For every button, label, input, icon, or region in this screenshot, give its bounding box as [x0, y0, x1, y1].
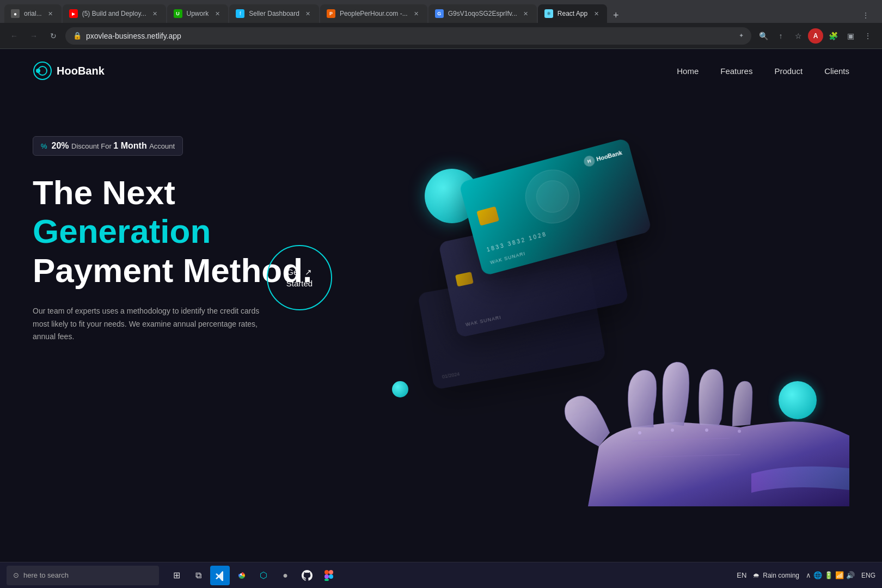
address-bar: ← → ↻ 🔒 pxovlea-business.netlify.app ✦ 🔍…	[0, 23, 882, 49]
robot-hand-container	[544, 338, 849, 506]
card-chip-mid	[455, 272, 474, 287]
taskbar-search[interactable]: ⊙ here to search	[7, 566, 159, 585]
badge-percent-value: 20%	[52, 141, 69, 150]
volume-icon[interactable]: 🔊	[846, 571, 855, 579]
taskbar-dot-icon[interactable]: ●	[275, 566, 295, 585]
url-star-icon: ✦	[739, 32, 744, 39]
weather-icon: 🌧	[753, 572, 759, 579]
split-view-icon[interactable]: ▣	[843, 28, 858, 44]
taskbar-multitask-icon[interactable]: ⧉	[188, 566, 208, 585]
taskbar-chrome-icon[interactable]	[232, 566, 252, 585]
cards-stack: H HooBank 1833 3832 1028 WAK SUNARI H Ho…	[414, 158, 849, 348]
wifi-icon[interactable]: 📶	[835, 571, 844, 579]
caret-icon[interactable]: ∧	[806, 571, 811, 579]
taskbar-windows-icon[interactable]: ⊞	[167, 566, 186, 585]
address-icons: 🔍 ↑ ☆ A 🧩 ▣ ⋮	[756, 28, 875, 44]
card-chip	[476, 206, 499, 226]
tab-title-t5: PeoplePerHour.com -...	[340, 10, 408, 17]
tab-close-t2[interactable]: ✕	[151, 9, 160, 18]
badge-icon: %	[41, 142, 47, 150]
hero-description: Our team of experts uses a methodology t…	[33, 305, 267, 344]
svg-point-2	[36, 69, 40, 73]
nav-home[interactable]: Home	[677, 66, 699, 76]
card-logo-top: H HooBank	[583, 147, 623, 168]
robot-hand-svg	[544, 338, 849, 506]
get-started-label: Get ↗ Started	[286, 266, 313, 289]
tab-bar: ● orial... ✕ ▶ (5) Build and Deploy... ✕…	[0, 0, 882, 23]
card-holder: WAK SUNARI	[489, 250, 526, 265]
nav-features[interactable]: Features	[720, 66, 752, 76]
search-icon[interactable]: 🔍	[756, 28, 771, 44]
nav-clients[interactable]: Clients	[824, 66, 849, 76]
tab-close-t7[interactable]: ✕	[592, 9, 601, 18]
back-button[interactable]: ←	[7, 28, 22, 44]
tab-t7[interactable]: ⚛ React App ✕	[538, 4, 607, 23]
tab-favicon-t6: G	[435, 9, 444, 18]
url-text: pxovlea-business.netlify.app	[86, 32, 734, 40]
share-icon[interactable]: ↑	[773, 28, 788, 44]
tab-t4[interactable]: f Seller Dashboard ✕	[229, 4, 319, 23]
hero-right: H HooBank 1833 3832 1028 WAK SUNARI H Ho…	[359, 125, 849, 506]
nav-links: Home Features Product Clients	[677, 66, 849, 76]
discount-badge: % 20% Discount For 1 Month Account	[33, 136, 183, 156]
bookmark-icon[interactable]: ☆	[791, 28, 806, 44]
svg-point-14	[329, 574, 333, 579]
reload-button[interactable]: ↻	[46, 28, 61, 44]
puzzle-icon[interactable]: 🧩	[825, 28, 841, 44]
forward-button[interactable]: →	[26, 28, 41, 44]
taskbar-right: EN 🌧 Rain coming ∧ 🌐 🔋 📶 🔊 ENG	[737, 571, 875, 579]
badge-month: 1 Month	[113, 141, 146, 150]
cta-started: Started	[286, 279, 313, 288]
tab-t6[interactable]: G G9sV1oqoSG2EsprIfv... ✕	[428, 4, 537, 23]
svg-rect-13	[324, 579, 329, 581]
logo[interactable]: HooBank	[33, 61, 105, 81]
weather-text: Rain coming	[763, 572, 799, 579]
tab-title-t7: React App	[558, 10, 587, 17]
tab-title-t2: (5) Build and Deploy...	[82, 10, 146, 17]
url-bar[interactable]: 🔒 pxovlea-business.netlify.app ✦	[65, 27, 751, 45]
profile-icon[interactable]: A	[808, 28, 823, 44]
svg-point-5	[638, 431, 641, 434]
taskbar-figma-icon[interactable]	[319, 566, 339, 585]
taskbar-sys-icons: ∧ 🌐 🔋 📶 🔊	[806, 571, 855, 579]
tab-title-t3: Upwork	[187, 10, 209, 17]
tab-favicon-t1: ●	[11, 9, 20, 18]
taskbar-github-icon[interactable]	[297, 566, 317, 585]
badge-discount-text: Discount For	[71, 142, 113, 150]
svg-rect-12	[324, 574, 329, 579]
tab-close-t1[interactable]: ✕	[46, 9, 55, 18]
tab-close-t4[interactable]: ✕	[304, 9, 313, 18]
badge-account-text: Account	[149, 142, 175, 150]
svg-point-7	[705, 428, 708, 432]
tab-favicon-t7: ⚛	[544, 9, 553, 18]
card-holder-mid: WAK SUNARI	[465, 315, 501, 328]
minimize-button[interactable]: ⋮	[858, 8, 873, 23]
taskbar-vscode-icon[interactable]	[210, 566, 230, 585]
tab-close-t3[interactable]: ✕	[213, 9, 222, 18]
tab-title-t1: orial...	[24, 10, 42, 17]
taskbar-app-icon[interactable]: ⬡	[254, 566, 273, 585]
tab-close-t5[interactable]: ✕	[412, 9, 421, 18]
more-options-icon[interactable]: ⋮	[860, 28, 875, 44]
battery-icon[interactable]: 🔋	[824, 571, 833, 579]
taskbar-language: EN	[737, 571, 746, 579]
get-started-button[interactable]: Get ↗ Started	[267, 245, 332, 310]
tab-favicon-t3: U	[174, 9, 182, 18]
tab-t5[interactable]: P PeoplePerHour.com -... ✕	[320, 4, 427, 23]
nav-product[interactable]: Product	[774, 66, 803, 76]
network-icon[interactable]: 🌐	[813, 571, 822, 579]
tab-t3[interactable]: U Upwork ✕	[167, 4, 229, 23]
tab-t2[interactable]: ▶ (5) Build and Deploy... ✕	[63, 4, 166, 23]
tab-t1[interactable]: ● orial... ✕	[4, 4, 62, 23]
browser-frame: ● orial... ✕ ▶ (5) Build and Deploy... ✕…	[0, 0, 882, 588]
cta-get: Get	[287, 267, 300, 277]
site-nav: HooBank Home Features Product Clients	[0, 49, 882, 93]
badge-text: 20% Discount For 1 Month Account	[52, 141, 175, 151]
hero-title-line1: The Next	[33, 173, 359, 212]
lock-icon: 🔒	[73, 32, 82, 40]
tab-title-t6: G9sV1oqoSG2EsprIfv...	[448, 10, 517, 17]
logo-text: HooBank	[57, 65, 105, 77]
taskbar-search-text: here to search	[23, 571, 69, 579]
tab-close-t6[interactable]: ✕	[522, 9, 530, 18]
new-tab-button[interactable]: +	[608, 8, 623, 23]
